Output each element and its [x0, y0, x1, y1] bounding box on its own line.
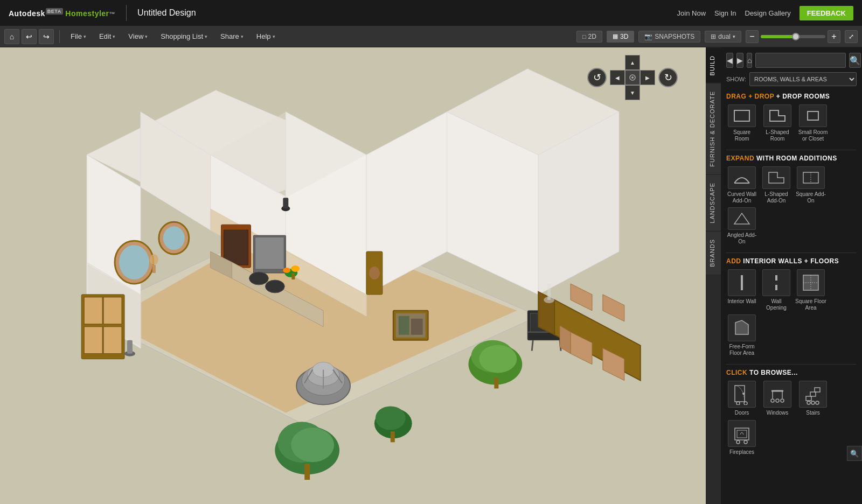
doors-icon — [728, 381, 756, 408]
svg-line-62 — [532, 340, 533, 351]
svg-point-116 — [736, 440, 740, 444]
panel-back-button[interactable]: ◀ — [726, 53, 733, 68]
svg-rect-23 — [84, 327, 102, 354]
panel-search-icon[interactable]: 🔍 — [847, 446, 862, 461]
svg-rect-54 — [391, 431, 395, 442]
file-menu[interactable]: File▾ — [65, 30, 92, 43]
undo-button[interactable]: ↩ — [22, 29, 37, 44]
svg-point-99 — [742, 393, 745, 395]
zoom-out-button[interactable]: − — [746, 30, 759, 43]
panel-navigation: ◀ ▶ ⌂ 🔍 — [726, 53, 857, 68]
2d-icon: □ — [582, 33, 586, 40]
svg-point-36 — [291, 265, 300, 272]
svg-rect-21 — [84, 297, 102, 324]
section-divider-2 — [726, 253, 857, 253]
zoom-fill — [761, 35, 793, 38]
interior-wall-item[interactable]: Interior Wall — [726, 269, 757, 311]
square-add-item[interactable]: Square Add-On — [795, 166, 826, 204]
pan-center-button[interactable] — [625, 70, 640, 85]
svg-point-117 — [744, 440, 747, 444]
svg-rect-85 — [808, 111, 818, 120]
svg-point-57 — [479, 345, 517, 373]
pan-left-button[interactable]: ◀ — [610, 70, 625, 85]
zoom-thumb[interactable] — [792, 33, 800, 40]
2d-view-button[interactable]: □ 2D — [576, 31, 602, 43]
panel-search-button[interactable]: 🔍 — [849, 53, 861, 68]
panel-search-input[interactable] — [755, 53, 846, 68]
svg-marker-90 — [734, 213, 749, 224]
title-divider — [126, 5, 127, 21]
rotate-right-button[interactable]: ↻ — [658, 68, 678, 87]
navigation-widget: ↺ ▲ ◀ ▶ — [587, 55, 678, 100]
join-now-link[interactable]: Join Now — [677, 9, 706, 17]
panel-home-button[interactable]: ⌂ — [747, 53, 752, 68]
square-floor-item[interactable]: Square Floor Area — [795, 269, 826, 311]
home-icon-button[interactable]: ⌂ — [4, 29, 19, 44]
svg-rect-109 — [810, 392, 816, 396]
help-menu[interactable]: Help▾ — [251, 30, 281, 43]
zoom-slider[interactable] — [761, 35, 825, 38]
l-shaped-room-icon — [763, 104, 791, 127]
svg-point-37 — [283, 268, 290, 273]
dual-button[interactable]: ⊞ dual ▾ — [705, 31, 741, 43]
show-dropdown[interactable]: ROOMS, WALLS & AREAS — [749, 72, 857, 86]
fullscreen-button[interactable]: ⤢ — [845, 30, 858, 43]
curved-wall-item[interactable]: Curved Wall Add-On — [726, 166, 757, 204]
view-menu[interactable]: View▾ — [123, 30, 153, 43]
feedback-button[interactable]: FEEDBACK — [800, 6, 853, 20]
svg-rect-80 — [152, 265, 156, 273]
drag-rooms-header: DRAG + DROP + DROP ROOMS — [726, 93, 857, 100]
shopping-list-menu[interactable]: Shopping List▾ — [155, 30, 213, 43]
design-gallery-link[interactable]: Design Gallery — [745, 9, 791, 17]
svg-point-101 — [744, 402, 747, 405]
svg-point-113 — [811, 401, 815, 404]
snapshots-button[interactable]: 📷 SNAPSHOTS — [638, 31, 700, 43]
doors-item[interactable]: Doors — [726, 381, 757, 416]
edit-menu[interactable]: Edit▾ — [94, 30, 121, 43]
svg-point-82 — [631, 76, 634, 79]
svg-rect-26 — [127, 340, 133, 354]
l-shaped-add-item[interactable]: L-Shaped Add-On — [761, 166, 792, 204]
top-bar: AutodeskBETA Homestyler™ Untitled Design… — [0, 0, 862, 26]
tab-brands[interactable]: BRANDS — [706, 231, 721, 275]
redo-button[interactable]: ↪ — [39, 29, 54, 44]
svg-rect-110 — [806, 396, 811, 401]
freeform-floor-item[interactable]: Free-Form Floor Area — [726, 314, 757, 356]
svg-rect-22 — [103, 297, 122, 324]
tab-landscape[interactable]: LANDSCAPE — [706, 174, 721, 231]
zoom-in-button[interactable]: + — [828, 30, 840, 43]
svg-rect-58 — [494, 378, 498, 389]
angled-add-item[interactable]: Angled Add-On — [726, 207, 757, 245]
pan-down-button[interactable]: ▼ — [625, 85, 640, 100]
svg-point-33 — [249, 272, 268, 285]
panel-forward-button[interactable]: ▶ — [736, 53, 743, 68]
svg-rect-51 — [304, 464, 310, 480]
small-room-item[interactable]: Small Room or Closet — [797, 104, 829, 142]
svg-point-100 — [736, 402, 740, 405]
rotate-left-button[interactable]: ↺ — [587, 68, 607, 87]
top-right-links: Join Now Sign In Design Gallery FEEDBACK — [677, 6, 853, 20]
pan-right-button[interactable]: ▶ — [640, 70, 655, 85]
3d-icon: ▦ — [613, 33, 618, 40]
windows-item[interactable]: Windows — [762, 381, 793, 416]
svg-marker-87 — [769, 172, 784, 183]
stairs-item[interactable]: Stairs — [797, 381, 829, 416]
fireplaces-item[interactable]: Fireplaces — [726, 420, 757, 455]
3d-view-button[interactable]: ▦ 3D — [607, 31, 634, 43]
wall-opening-item[interactable]: Wall Opening — [761, 269, 792, 311]
tab-furnish[interactable]: FURNISH & DECORATE — [706, 83, 721, 174]
svg-rect-38 — [291, 273, 295, 279]
square-room-item[interactable]: Square Room — [726, 104, 757, 142]
panel-content: ◀ ▶ ⌂ 🔍 SHOW: ROOMS, WALLS & AREAS DRAG … — [721, 47, 862, 504]
share-menu[interactable]: Share▾ — [215, 30, 249, 43]
svg-point-50 — [291, 428, 334, 462]
sign-in-link[interactable]: Sign In — [714, 9, 736, 17]
tab-build[interactable]: BUILD — [706, 47, 721, 83]
canvas-area[interactable]: ↺ ▲ ◀ ▶ — [0, 47, 706, 504]
pan-up-button[interactable]: ▲ — [625, 55, 640, 70]
svg-point-74 — [369, 267, 380, 279]
l-shaped-room-item[interactable]: L-Shaped Room — [762, 104, 793, 142]
stairs-icon — [799, 381, 827, 408]
logo-area: AutodeskBETA Homestyler™ — [9, 9, 115, 18]
svg-marker-84 — [770, 110, 785, 121]
